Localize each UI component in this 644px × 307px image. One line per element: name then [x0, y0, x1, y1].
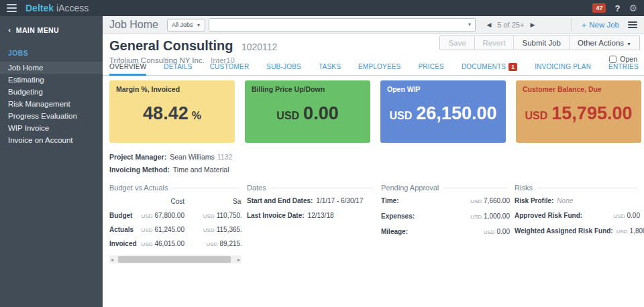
- project-manager-value: Sean Williams: [170, 153, 215, 161]
- scrollbar-thumb[interactable]: [118, 256, 231, 263]
- action-button-group: Save Revert Submit Job Other Actions▼: [439, 36, 640, 50]
- kpi-currency: USD: [276, 110, 299, 121]
- kpi-value: USD15,795.00: [523, 103, 635, 124]
- notification-badge[interactable]: 47: [592, 3, 606, 13]
- tab-documents[interactable]: DOCUMENTS1: [462, 63, 517, 76]
- open-checkbox-row: Open: [609, 55, 637, 63]
- tab-prices[interactable]: PRICES: [419, 63, 444, 76]
- kpi-label: Margin %, Invoiced: [116, 85, 228, 93]
- tab-bar: OVERVIEW DETAILS CUSTOMER SUB-JOBS TASKS…: [109, 63, 644, 76]
- sidebar-item-wip-invoice[interactable]: WIP Invoice: [0, 122, 103, 134]
- kpi-label: Billing Price Up/Down: [252, 85, 364, 93]
- open-checkbox[interactable]: [609, 56, 616, 63]
- job-filter-label: All Jobs: [172, 21, 193, 28]
- topbar-actions: 47 ? ⚙: [592, 3, 637, 13]
- currency: USD: [470, 198, 482, 204]
- kpi-card-customer-balance[interactable]: Customer Balance, Due USD15,795.00: [516, 80, 641, 143]
- new-job-button[interactable]: + New Job: [582, 20, 619, 30]
- job-filter-dropdown[interactable]: All Jobs ▼: [167, 19, 205, 32]
- amount: 1,000.00: [484, 212, 510, 220]
- row-label: Expenses:: [381, 212, 415, 221]
- job-header: General Consulting 1020112 Trifolium Con…: [103, 34, 644, 76]
- invoicing-method-label: Invoicing Method:: [109, 166, 170, 174]
- tab-overview[interactable]: OVERVIEW: [109, 63, 146, 76]
- row-label: Risk Profile:: [515, 197, 553, 204]
- job-toolbar: Job Home All Jobs ▼ ▼ ◀ 5 of 25+ ▶ + New…: [103, 16, 644, 34]
- kpi-card-open-wip[interactable]: Open WIP USD26,150.00: [380, 80, 506, 143]
- sidebar-item-job-home[interactable]: Job Home: [0, 62, 103, 74]
- kpi-number: 48.42: [143, 103, 189, 123]
- job-search: ▼: [209, 18, 476, 32]
- divider: [172, 188, 239, 188]
- kpi-card-billing-price[interactable]: Billing Price Up/Down USD0.00: [245, 80, 370, 143]
- amount: 0.00: [497, 228, 510, 235]
- scroll-right-icon[interactable]: ▸: [237, 257, 240, 263]
- record-navigator: ◀ 5 of 25+ ▶: [486, 21, 535, 29]
- row-label: Approved Risk Fund:: [515, 211, 582, 221]
- row-label: Budget: [109, 212, 132, 219]
- tab-sub-jobs[interactable]: SUB-JOBS: [266, 63, 301, 76]
- kpi-number: 0.00: [303, 103, 339, 123]
- row-label: Last Invoice Date:: [247, 212, 305, 219]
- tab-invoicing-plan[interactable]: INVOICING PLAN: [535, 63, 591, 76]
- next-record-icon[interactable]: ▶: [530, 21, 535, 28]
- section-title-text: Risks: [515, 184, 533, 192]
- kpi-value: USD26,150.00: [387, 103, 499, 124]
- job-search-input[interactable]: [209, 18, 476, 32]
- revert-button[interactable]: Revert: [474, 36, 514, 50]
- sidebar-item-budgeting[interactable]: Budgeting: [0, 86, 103, 98]
- table-row: USD110,750.00 USD67,800.00 Budget: [109, 210, 241, 224]
- risk-row: Approved Risk Fund: USD0.00: [515, 211, 640, 221]
- horizontal-scrollbar[interactable]: ◂ ▸: [109, 255, 241, 263]
- pending-row: Time: USD7,660.00: [381, 196, 510, 206]
- help-icon[interactable]: ?: [614, 3, 620, 13]
- tab-tasks[interactable]: TASKS: [319, 63, 341, 76]
- job-title: General Consulting: [109, 38, 233, 53]
- row-label: Mileage:: [381, 227, 408, 237]
- sidebar-item-risk-management[interactable]: Risk Management: [0, 98, 103, 110]
- amount: 7,660.00: [484, 197, 510, 204]
- project-manager-label: Project Manager:: [109, 153, 166, 161]
- submit-job-button[interactable]: Submit Job: [513, 36, 569, 50]
- pending-row: Expenses: USD1,000.00: [381, 212, 510, 221]
- tab-entries[interactable]: ENTRIES: [608, 63, 639, 76]
- main-menu-label: MAIN MENU: [16, 26, 59, 34]
- prev-record-icon[interactable]: ◀: [486, 21, 491, 28]
- tab-employees[interactable]: EMPLOYEES: [358, 63, 401, 76]
- save-button[interactable]: Save: [440, 36, 474, 50]
- column-header-cost: Cost: [109, 198, 184, 205]
- table-row: USD115,365.00 USD61,245.00 Actuals: [109, 224, 241, 238]
- main-menu-back-button[interactable]: ‹MAIN MENU: [0, 16, 103, 35]
- amount: 115,365.00: [217, 226, 241, 233]
- sidebar-item-progress-evaluation[interactable]: Progress Evaluation: [0, 110, 103, 122]
- section-title-text: Dates: [247, 184, 266, 192]
- currency: USD: [616, 229, 628, 235]
- amount: 46,015.00: [155, 240, 185, 247]
- sidebar-item-estimating[interactable]: Estimating: [0, 74, 103, 86]
- dates-row: Start and End Dates:1/1/17 - 6/30/17: [247, 196, 376, 205]
- gear-icon[interactable]: ⚙: [629, 3, 637, 13]
- scroll-left-icon[interactable]: ◂: [111, 257, 113, 263]
- kpi-number: 15,795.00: [551, 103, 632, 123]
- amount: 1,800.00: [630, 227, 644, 235]
- tab-documents-label: DOCUMENTS: [462, 63, 506, 70]
- page-title: Job Home: [109, 19, 158, 31]
- list-view-icon[interactable]: [628, 21, 637, 28]
- currency: USD: [614, 213, 625, 219]
- chevron-down-icon[interactable]: ▼: [467, 22, 472, 27]
- invoicing-method-line: Invoicing Method:Time and Material: [109, 166, 644, 174]
- currency: USD: [484, 229, 495, 235]
- kpi-suffix: %: [192, 110, 201, 121]
- currency: USD: [142, 213, 153, 219]
- kpi-card-margin-invoiced[interactable]: Margin %, Invoiced 48.42%: [109, 80, 235, 143]
- menu-icon[interactable]: [7, 4, 17, 12]
- tab-customer[interactable]: CUSTOMER: [210, 63, 250, 76]
- currency: USD: [142, 227, 153, 233]
- amount: 0.00: [627, 212, 640, 219]
- plus-icon: +: [582, 20, 587, 30]
- section-title: Dates: [247, 184, 376, 192]
- sidebar-section-jobs: JOBS: [0, 35, 103, 62]
- other-actions-button[interactable]: Other Actions▼: [569, 36, 639, 50]
- tab-details[interactable]: DETAILS: [164, 63, 192, 76]
- sidebar-item-invoice-on-account[interactable]: Invoice on Account: [0, 134, 103, 146]
